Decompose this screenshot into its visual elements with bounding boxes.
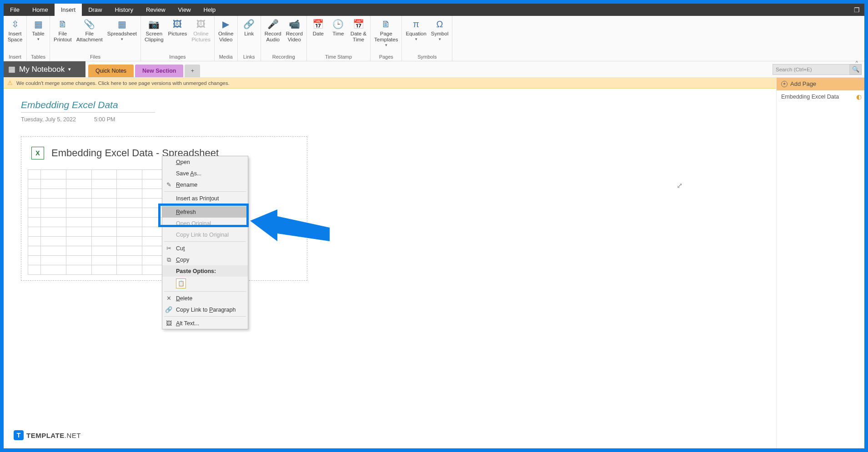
ribbon-time-button[interactable]: 🕒Time: [329, 17, 348, 38]
add-page-button[interactable]: + Add Page: [777, 78, 864, 90]
spreadsheet-cell[interactable]: [66, 179, 92, 189]
spreadsheet-cell[interactable]: [41, 227, 66, 237]
spreadsheet-cell[interactable]: [28, 218, 41, 227]
context-alt-text[interactable]: 🖼Alt Text...: [162, 318, 248, 329]
context-delete[interactable]: ✕Delete: [162, 293, 248, 304]
context-copy-link-to-paragraph[interactable]: 🔗Copy Link to Paragraph: [162, 304, 248, 315]
spreadsheet-cell[interactable]: [28, 227, 41, 237]
ribbon-equation-button[interactable]: πEquation▾: [404, 17, 428, 43]
spreadsheet-cell[interactable]: [92, 208, 117, 218]
spreadsheet-cell[interactable]: [117, 237, 142, 246]
context-cut[interactable]: ✂Cut: [162, 243, 248, 254]
spreadsheet-cell[interactable]: [66, 246, 92, 256]
context-insert-as-printout[interactable]: Insert as Printout: [162, 193, 248, 204]
spreadsheet-cell[interactable]: [92, 179, 117, 189]
ribbon-file-printout-button[interactable]: 🗎File Printout: [52, 17, 74, 44]
context-open[interactable]: Open: [162, 156, 248, 168]
menu-view[interactable]: View: [172, 4, 197, 16]
spreadsheet-cell[interactable]: [117, 179, 142, 189]
spreadsheet-cell[interactable]: [92, 227, 117, 237]
menu-review[interactable]: Review: [140, 4, 172, 16]
container-drag-handle[interactable]: ⋯⋯⋯: [156, 134, 172, 139]
spreadsheet-cell[interactable]: [117, 265, 142, 275]
spreadsheet-cell[interactable]: [66, 237, 92, 246]
spreadsheet-cell[interactable]: [41, 256, 66, 265]
spreadsheet-cell[interactable]: [117, 199, 142, 208]
ribbon-pictures-button[interactable]: 🖼Pictures: [166, 17, 189, 38]
spreadsheet-cell[interactable]: [117, 256, 142, 265]
spreadsheet-cell[interactable]: [28, 208, 41, 218]
tab-quick-notes[interactable]: Quick Notes: [88, 65, 134, 77]
window-restore-icon[interactable]: ❐: [849, 4, 864, 16]
ribbon-insert-space-button[interactable]: ⇳Insert Space: [5, 17, 25, 44]
spreadsheet-cell[interactable]: [92, 246, 117, 256]
spreadsheet-cell[interactable]: [92, 199, 117, 208]
spreadsheet-cell[interactable]: [28, 170, 41, 179]
spreadsheet-cell[interactable]: [41, 208, 66, 218]
spreadsheet-cell[interactable]: [41, 189, 66, 199]
spreadsheet-cell[interactable]: [66, 170, 92, 179]
spreadsheet-cell[interactable]: [41, 179, 66, 189]
spreadsheet-cell[interactable]: [41, 246, 66, 256]
tab-new-section[interactable]: New Section: [135, 65, 183, 77]
spreadsheet-cell[interactable]: [28, 246, 41, 256]
spreadsheet-cell[interactable]: [66, 189, 92, 199]
menu-home[interactable]: Home: [26, 4, 55, 16]
spreadsheet-cell[interactable]: [41, 237, 66, 246]
spreadsheet-cell[interactable]: [92, 256, 117, 265]
collapse-ribbon-icon[interactable]: ^: [856, 60, 858, 447]
spreadsheet-cell[interactable]: [117, 170, 142, 179]
menu-draw[interactable]: Draw: [82, 4, 108, 16]
spreadsheet-cell[interactable]: [117, 218, 142, 227]
spreadsheet-cell[interactable]: [41, 170, 66, 179]
context-refresh[interactable]: Refresh: [162, 206, 248, 218]
ribbon-table-button[interactable]: ▦Table▾: [29, 17, 48, 43]
menu-file[interactable]: File: [4, 4, 26, 16]
ribbon-screen-clipping-button[interactable]: 📷Screen Clipping: [143, 17, 166, 44]
ribbon-date-button[interactable]: 📅Date: [309, 17, 328, 38]
search-input[interactable]: Search (Ctrl+E): [773, 64, 850, 75]
menu-insert[interactable]: Insert: [55, 4, 82, 16]
spreadsheet-cell[interactable]: [92, 189, 117, 199]
embedded-spreadsheet[interactable]: [28, 169, 168, 275]
page-list-item[interactable]: Embedding Excel Data ◐: [777, 90, 864, 103]
ribbon-online-video-button[interactable]: ▶Online Video: [216, 17, 236, 44]
spreadsheet-cell[interactable]: [66, 199, 92, 208]
spreadsheet-cell[interactable]: [41, 199, 66, 208]
spreadsheet-cell[interactable]: [28, 179, 41, 189]
spreadsheet-cell[interactable]: [66, 218, 92, 227]
spreadsheet-cell[interactable]: [117, 227, 142, 237]
spreadsheet-cell[interactable]: [28, 199, 41, 208]
spreadsheet-cell[interactable]: [92, 170, 117, 179]
ribbon-symbol-button[interactable]: ΩSymbol▾: [429, 17, 450, 43]
ribbon-link-button[interactable]: 🔗Link: [240, 17, 259, 38]
ribbon-page-templates-button[interactable]: 🗎Page Templates▾: [372, 17, 400, 49]
expand-page-icon[interactable]: ⤢: [677, 181, 682, 190]
spreadsheet-cell[interactable]: [28, 265, 41, 275]
spreadsheet-cell[interactable]: [28, 256, 41, 265]
spreadsheet-cell[interactable]: [66, 265, 92, 275]
spreadsheet-cell[interactable]: [28, 237, 41, 246]
spreadsheet-cell[interactable]: [92, 265, 117, 275]
spreadsheet-cell[interactable]: [66, 208, 92, 218]
ribbon-record-audio-button[interactable]: 🎤Record Audio: [263, 17, 283, 44]
context-rename[interactable]: ✎Rename: [162, 179, 248, 190]
ribbon-datetime-button[interactable]: 📅Date & Time: [349, 17, 368, 44]
spreadsheet-cell[interactable]: [117, 246, 142, 256]
ribbon-attachment-button[interactable]: 📎File Attachment: [75, 17, 105, 44]
ribbon-spreadsheet-button[interactable]: ▦Spreadsheet▾: [105, 17, 139, 43]
spreadsheet-cell[interactable]: [117, 208, 142, 218]
notebook-dropdown[interactable]: ▦ My Notebook ▾: [4, 61, 85, 77]
spreadsheet-cell[interactable]: [66, 227, 92, 237]
ribbon-record-video-button[interactable]: 📹Record Video: [284, 17, 305, 44]
excel-file-icon[interactable]: [31, 147, 44, 159]
page-canvas[interactable]: Embedding Excel Data Tuesday, July 5, 20…: [4, 89, 776, 448]
spreadsheet-cell[interactable]: [41, 218, 66, 227]
spreadsheet-cell[interactable]: [66, 256, 92, 265]
context-copy[interactable]: ⧉Copy: [162, 254, 248, 265]
spreadsheet-cell[interactable]: [41, 265, 66, 275]
spreadsheet-cell[interactable]: [92, 237, 117, 246]
spreadsheet-cell[interactable]: [92, 218, 117, 227]
context-save-as[interactable]: Save As...: [162, 168, 248, 179]
merge-warning-bar[interactable]: ⚠ We couldn't merge some changes. Click …: [4, 78, 776, 89]
